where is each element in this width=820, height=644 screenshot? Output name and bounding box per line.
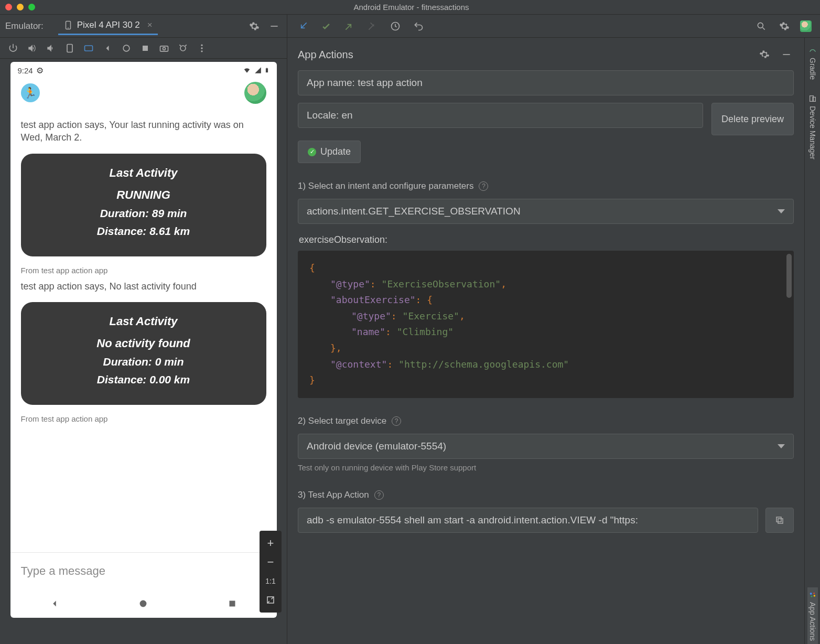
incoming-icon[interactable] xyxy=(296,19,310,34)
json-editor[interactable]: { "@type": "ExerciseObservation", "about… xyxy=(298,251,794,398)
card-duration: Duration: 0 min xyxy=(31,356,256,368)
rail-app-actions-label: App Actions xyxy=(808,602,817,641)
scrollbar[interactable] xyxy=(786,254,792,298)
step1-label: 1) Select an intent and configure parame… xyxy=(298,181,794,191)
card-title: Last Activity xyxy=(31,315,256,328)
svg-rect-4 xyxy=(85,46,93,51)
card-activity: No activity found xyxy=(31,337,256,350)
svg-point-14 xyxy=(140,600,147,607)
svg-rect-21 xyxy=(776,517,781,522)
update-button[interactable]: ✓ Update xyxy=(298,141,361,163)
check-icon: ✓ xyxy=(308,148,316,156)
commit-icon[interactable] xyxy=(319,19,333,34)
settings-icon[interactable] xyxy=(247,19,262,34)
rail-app-actions[interactable]: App Actions xyxy=(807,587,818,644)
power-icon[interactable] xyxy=(6,41,20,56)
help-icon[interactable]: ? xyxy=(479,181,488,191)
copy-icon xyxy=(775,516,784,525)
panel-minimize-icon[interactable] xyxy=(779,47,794,62)
device-frame: 9:24 ⚙ 🏃 test app action says, Your last… xyxy=(0,59,287,644)
json-line: "@type": "Exercise", xyxy=(309,308,782,325)
svg-rect-13 xyxy=(266,68,267,68)
step3-label: 3) Test App Action ? xyxy=(298,490,794,500)
device-select[interactable]: Android device (emulator-5554) xyxy=(298,434,794,459)
minimize-panel-icon[interactable] xyxy=(267,19,282,34)
json-line: "name": "Climbing" xyxy=(309,324,782,340)
intent-select[interactable]: actions.intent.GET_EXERCISE_OBSERVATION xyxy=(298,199,794,224)
rotate-right-icon[interactable] xyxy=(82,41,95,56)
help-icon[interactable]: ? xyxy=(392,416,401,426)
zoom-in-button[interactable]: + xyxy=(260,534,282,553)
assistant-message: test app action says, No last activity f… xyxy=(21,280,266,293)
step3-text: 3) Test App Action xyxy=(298,490,369,500)
svg-point-1 xyxy=(68,28,69,29)
emulator-panel: Emulator: Pixel 4 API 30 2 × xyxy=(0,15,287,644)
activity-card[interactable]: Last Activity No activity found Duration… xyxy=(21,302,266,405)
copy-button[interactable] xyxy=(765,508,794,533)
record-icon[interactable] xyxy=(176,41,190,56)
help-icon[interactable]: ? xyxy=(374,490,384,500)
emulator-tab[interactable]: Pixel 4 API 30 2 × xyxy=(58,17,158,35)
svg-point-27 xyxy=(811,596,812,597)
panel-settings-icon[interactable] xyxy=(757,47,772,62)
user-avatar[interactable] xyxy=(244,82,266,104)
overview-icon[interactable] xyxy=(138,41,152,56)
zoom-controls: + − 1:1 xyxy=(260,531,282,613)
close-tab-icon[interactable]: × xyxy=(147,20,153,30)
zoom-fit-button[interactable] xyxy=(260,591,282,609)
zoom-out-button[interactable]: − xyxy=(260,553,282,572)
rail-gradle-label: Gradle xyxy=(808,58,817,80)
message-input[interactable]: Type a message xyxy=(10,552,277,589)
zoom-reset-button[interactable]: 1:1 xyxy=(260,572,282,591)
device-screen[interactable]: 9:24 ⚙ 🏃 test app action says, Your last… xyxy=(10,62,277,618)
device-value: Android device (emulator-5554) xyxy=(307,441,446,452)
activity-card[interactable]: Last Activity RUNNING Duration: 89 min D… xyxy=(21,154,266,256)
rail-gradle[interactable]: Gradle xyxy=(807,43,818,83)
card-distance: Distance: 8.61 km xyxy=(31,225,256,238)
more-icon[interactable] xyxy=(195,41,209,56)
rail-device-manager-label: Device Manager xyxy=(808,106,817,159)
volume-up-icon[interactable] xyxy=(25,41,39,56)
adb-command-field[interactable]: adb -s emulator-5554 shell am start -a a… xyxy=(298,508,758,533)
chevron-down-icon xyxy=(778,444,785,448)
push-icon[interactable] xyxy=(342,19,357,34)
assistant-icon xyxy=(808,591,817,599)
search-icon[interactable] xyxy=(754,19,769,34)
top-toolbar xyxy=(287,15,820,38)
android-statusbar: 9:24 ⚙ xyxy=(10,62,277,78)
update-disabled-icon xyxy=(365,19,380,34)
svg-point-24 xyxy=(810,593,812,595)
svg-rect-20 xyxy=(778,519,783,523)
nav-back-icon[interactable] xyxy=(49,598,60,609)
android-navbar xyxy=(10,589,277,618)
panel-title: App Actions xyxy=(298,49,353,61)
rotate-left-icon[interactable] xyxy=(63,41,77,56)
back-icon[interactable] xyxy=(101,41,114,56)
from-app-label: From test app action app xyxy=(21,414,266,423)
intent-value: actions.intent.GET_EXERCISE_OBSERVATION xyxy=(307,206,521,217)
assistant-body: test app action says, Your last running … xyxy=(10,107,277,552)
json-line: "@type": "ExerciseObservation", xyxy=(309,276,782,293)
volume-down-icon[interactable] xyxy=(44,41,58,56)
statusbar-time: 9:24 xyxy=(18,66,33,75)
card-duration: Duration: 89 min xyxy=(31,207,256,220)
locale-field[interactable]: Locale: en xyxy=(298,103,703,128)
ide-settings-icon[interactable] xyxy=(777,19,792,34)
profile-avatar[interactable] xyxy=(800,20,812,32)
home-icon[interactable] xyxy=(120,41,133,56)
rail-device-manager[interactable]: Device Manager xyxy=(807,91,818,163)
app-logo-icon[interactable]: 🏃 xyxy=(21,83,40,102)
delete-preview-label: Delete preview xyxy=(721,114,784,125)
svg-point-5 xyxy=(123,45,130,51)
nav-overview-icon[interactable] xyxy=(226,598,238,609)
delete-preview-button[interactable]: Delete preview xyxy=(711,103,794,135)
window-title: Android Emulator - fitnessactions xyxy=(8,3,815,12)
svg-point-25 xyxy=(813,593,815,594)
rollback-icon[interactable] xyxy=(411,19,426,34)
screenshot-icon[interactable] xyxy=(157,41,171,56)
emulator-label: Emulator: xyxy=(5,21,44,31)
devices-icon xyxy=(808,94,817,103)
history-icon[interactable] xyxy=(388,19,403,34)
app-name-field[interactable]: App name: test app action xyxy=(298,70,794,95)
nav-home-icon[interactable] xyxy=(137,598,149,609)
